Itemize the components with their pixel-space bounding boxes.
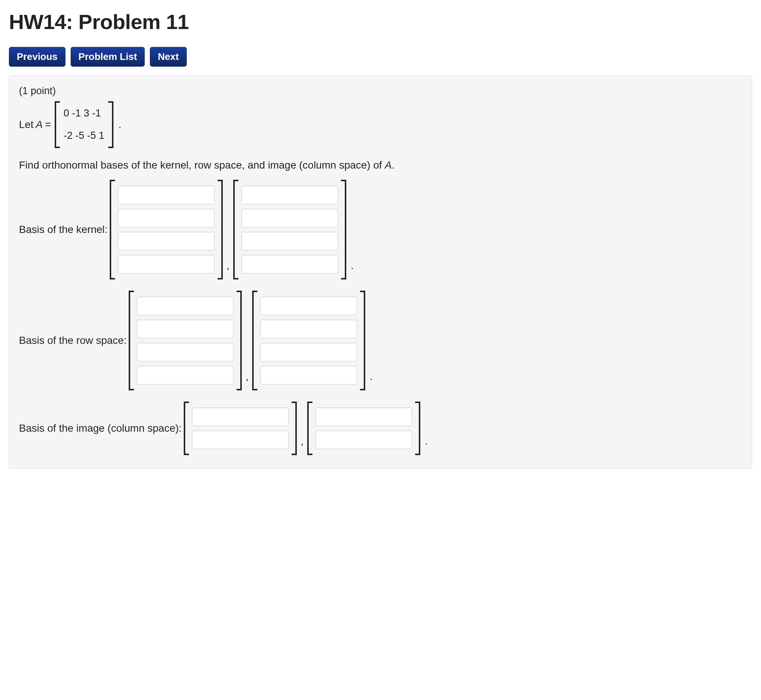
equals-sign: = <box>45 117 51 132</box>
matrix-definition: Let A = 0 -1 3 -1 -2 -5 -5 1 . <box>19 101 742 148</box>
image-vector-2 <box>307 402 420 455</box>
kernel-v2-c3[interactable] <box>242 232 338 250</box>
prompt-suffix: . <box>391 159 395 171</box>
kernel-v2-c2[interactable] <box>242 209 338 227</box>
problem-box: (1 point) Let A = 0 -1 3 -1 -2 -5 -5 1 .… <box>9 75 752 469</box>
rowspace-label: Basis of the row space: <box>19 333 126 348</box>
image-v2-c1[interactable] <box>315 408 412 426</box>
rowspace-v2-c4[interactable] <box>260 366 357 384</box>
image-separator: , <box>299 434 305 455</box>
nav-row: Previous Problem List Next <box>9 47 752 67</box>
rowspace-v1-c3[interactable] <box>137 343 234 361</box>
rowspace-v2-c2[interactable] <box>260 320 357 338</box>
kernel-v1-c4[interactable] <box>118 255 215 273</box>
matrix-row-0: 0 -1 3 -1 <box>64 106 104 120</box>
prompt-prefix: Find orthonormal bases of the kernel, ro… <box>19 159 385 171</box>
image-v1-c2[interactable] <box>192 431 288 449</box>
kernel-v1-c3[interactable] <box>118 232 215 250</box>
previous-button[interactable]: Previous <box>9 47 65 67</box>
problem-prompt: Find orthonormal bases of the kernel, ro… <box>19 158 742 172</box>
rowspace-vector-2 <box>252 291 365 391</box>
next-button[interactable]: Next <box>150 47 186 67</box>
rowspace-separator: , <box>244 369 250 391</box>
kernel-label: Basis of the kernel: <box>19 222 108 237</box>
kernel-v2-c1[interactable] <box>242 186 338 204</box>
image-vector-1 <box>184 402 297 455</box>
image-label: Basis of the image (column space): <box>19 421 181 435</box>
rowspace-period: . <box>368 369 373 391</box>
prompt-var: A <box>385 159 392 171</box>
rowspace-v1-c2[interactable] <box>137 320 234 338</box>
kernel-row: Basis of the kernel: , . <box>19 180 742 280</box>
matrix-variable: A <box>36 117 43 132</box>
matrix-period: . <box>117 117 122 132</box>
kernel-separator: , <box>225 258 231 280</box>
matrix-row-1: -2 -5 -5 1 <box>64 129 104 143</box>
let-prefix: Let <box>19 117 33 132</box>
rowspace-v1-c1[interactable] <box>137 297 234 315</box>
rowspace-row: Basis of the row space: , . <box>19 291 742 391</box>
image-v1-c1[interactable] <box>192 408 288 426</box>
image-period: . <box>423 434 428 455</box>
kernel-v1-c1[interactable] <box>118 186 215 204</box>
kernel-v1-c2[interactable] <box>118 209 215 227</box>
kernel-period: . <box>349 258 354 280</box>
points-label: (1 point) <box>19 84 742 98</box>
image-v2-c2[interactable] <box>315 431 412 449</box>
image-row: Basis of the image (column space): , . <box>19 402 742 455</box>
rowspace-v1-c4[interactable] <box>137 366 234 384</box>
problem-list-button[interactable]: Problem List <box>71 47 145 67</box>
rowspace-v2-c1[interactable] <box>260 297 357 315</box>
page-title: HW14: Problem 11 <box>9 8 752 36</box>
kernel-vector-1 <box>110 180 223 280</box>
kernel-v2-c4[interactable] <box>242 255 338 273</box>
rowspace-v2-c3[interactable] <box>260 343 357 361</box>
kernel-vector-2 <box>233 180 346 280</box>
matrix-A: 0 -1 3 -1 -2 -5 -5 1 <box>55 101 114 148</box>
rowspace-vector-1 <box>129 291 242 391</box>
